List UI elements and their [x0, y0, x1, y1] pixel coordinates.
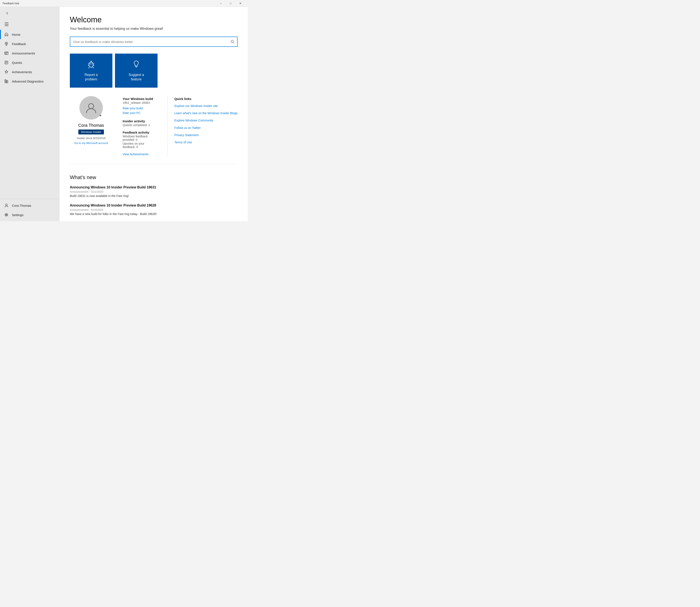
search-button[interactable]	[228, 37, 237, 46]
feedback-icon	[4, 42, 8, 46]
sidebar-item-advanced-label: Advanced Diagnostics	[12, 80, 43, 83]
quick-links: Quick links Explore our Windows Insider …	[167, 96, 238, 157]
search-input[interactable]	[70, 38, 228, 46]
go-to-account-link[interactable]: Go to my Microsoft account	[74, 142, 108, 145]
hamburger-button[interactable]	[3, 20, 11, 28]
whats-new-section: What's new Announcing Windows 10 Insider…	[70, 174, 238, 216]
svg-point-11	[90, 64, 91, 64]
svg-point-8	[5, 214, 7, 216]
sidebar-nav: Home Feedback	[0, 30, 60, 199]
quick-link-privacy[interactable]: Privacy Statement	[174, 133, 238, 137]
app-title: Feedback Hub	[3, 2, 216, 5]
upvotes: Upvotes on your feedback: 0	[123, 142, 157, 149]
sidebar-item-advanced[interactable]: Advanced Diagnostics	[0, 77, 60, 86]
insider-badge: Windows Insider	[78, 129, 104, 134]
app-container: Home Feedback	[0, 7, 248, 221]
svg-point-12	[92, 64, 93, 64]
build-label: Your Windows build	[123, 97, 157, 101]
sidebar-item-home[interactable]: Home	[0, 30, 60, 39]
quick-link-insider-site[interactable]: Explore our Windows Insider site	[174, 104, 238, 108]
build-value: 19h1_release 18363	[123, 101, 157, 104]
quests-completed: Quests completed: 1	[123, 123, 157, 127]
sidebar-item-feedback-label: Feedback	[12, 42, 26, 46]
sidebar-top	[0, 7, 60, 20]
news-item-1-title: Announcing Windows 10 Insider Preview Bu…	[70, 204, 238, 207]
home-icon	[4, 32, 8, 37]
hamburger-area	[0, 20, 60, 30]
svg-point-0	[5, 42, 8, 45]
announcements-icon	[4, 51, 8, 55]
lightbulb-icon	[132, 60, 141, 70]
quick-link-community[interactable]: Explore Windows Community	[174, 119, 238, 122]
sidebar-item-quests-label: Quests	[12, 61, 22, 64]
minimize-button[interactable]: –	[216, 0, 226, 7]
whats-new-title: What's new	[70, 174, 238, 180]
user-icon	[4, 203, 8, 208]
svg-point-9	[231, 40, 233, 43]
profile-left: + Cora Thomas Windows Insider Insider si…	[70, 96, 113, 157]
svg-rect-4	[5, 80, 6, 83]
profile-center: Your Windows build 19h1_release 18363 Ra…	[123, 96, 157, 157]
sidebar-item-user[interactable]: Cora Thomas	[0, 201, 60, 210]
sidebar-item-achievements-label: Achievements	[12, 70, 32, 74]
profile-section: + Cora Thomas Windows Insider Insider si…	[70, 96, 238, 164]
feedback-activity-label: Feedback activity	[123, 131, 157, 134]
news-item-1-desc: We have a new build for folks in the Fas…	[70, 212, 238, 216]
search-container	[70, 37, 238, 47]
profile-since: Insider since 8/23/2018	[77, 137, 105, 140]
news-item-0-desc: Build 19631 is now available in the Fast…	[70, 194, 238, 197]
view-achievements-link[interactable]: View Achievements	[123, 152, 157, 156]
maximize-button[interactable]: □	[226, 0, 236, 7]
sidebar-item-quests[interactable]: Quests	[0, 58, 60, 67]
quick-link-insider-blogs[interactable]: Learn what's new on the Windows Insider …	[174, 111, 238, 115]
sidebar-item-feedback[interactable]: Feedback	[0, 39, 60, 48]
news-item-0: Announcing Windows 10 Insider Preview Bu…	[70, 186, 238, 197]
window-controls: – □ ✕	[216, 0, 245, 7]
news-item-1-meta: Announcement - 5/13/2020	[70, 208, 238, 211]
close-button[interactable]: ✕	[236, 0, 245, 7]
insider-activity-label: Insider activity	[123, 119, 157, 123]
svg-point-6	[5, 204, 7, 206]
news-item-0-title: Announcing Windows 10 Insider Preview Bu…	[70, 186, 238, 189]
quick-link-terms[interactable]: Terms of Use	[174, 140, 238, 144]
svg-rect-5	[6, 80, 8, 83]
bug-icon	[86, 60, 96, 70]
back-button[interactable]	[3, 9, 11, 17]
sidebar-bottom: Cora Thomas Settings	[0, 199, 60, 221]
sidebar-item-home-label: Home	[12, 33, 20, 36]
report-problem-label: Report aproblem	[84, 73, 98, 82]
welcome-title: Welcome	[70, 15, 238, 24]
sidebar-item-settings[interactable]: Settings	[0, 210, 60, 219]
sidebar-item-announcements-label: Announcements	[12, 51, 35, 55]
sidebar-user-label: Cora Thomas	[12, 204, 31, 207]
quests-icon	[4, 60, 8, 65]
sidebar-settings-label: Settings	[12, 213, 23, 217]
rate-pc-link[interactable]: Rate your PC	[123, 111, 157, 114]
svg-point-10	[89, 62, 93, 67]
sidebar-item-achievements[interactable]: Achievements	[0, 67, 60, 77]
avatar-plus-icon: +	[99, 113, 102, 118]
news-item-0-meta: Announcement - 5/21/2020	[70, 190, 238, 193]
svg-point-13	[88, 104, 94, 109]
sidebar-item-announcements[interactable]: Announcements	[0, 48, 60, 58]
diagnostics-icon	[4, 79, 8, 83]
settings-icon	[4, 213, 8, 217]
welcome-subtitle: Your feedback is essential to helping us…	[70, 27, 238, 30]
main-content: Welcome Your feedback is essential to he…	[60, 7, 248, 221]
profile-name: Cora Thomas	[78, 123, 104, 128]
sidebar: Home Feedback	[0, 7, 60, 221]
action-buttons: Report aproblem Suggest afeature	[70, 54, 238, 88]
news-item-1: Announcing Windows 10 Insider Preview Bu…	[70, 204, 238, 216]
avatar: +	[79, 96, 103, 120]
rate-build-link[interactable]: Rate your build	[123, 107, 157, 110]
titlebar: Feedback Hub – □ ✕	[0, 0, 248, 7]
suggest-feature-label: Suggest afeature	[128, 73, 144, 82]
report-problem-button[interactable]: Report aproblem	[70, 54, 113, 88]
svg-point-1	[6, 43, 7, 44]
suggest-feature-button[interactable]: Suggest afeature	[115, 54, 158, 88]
quick-link-twitter[interactable]: Follow us on Twitter	[174, 126, 238, 130]
feedback-provided: Windows feedback provided: 0	[123, 134, 157, 142]
svg-point-7	[6, 214, 7, 215]
achievements-icon	[4, 70, 8, 74]
quick-links-title: Quick links	[174, 97, 238, 101]
